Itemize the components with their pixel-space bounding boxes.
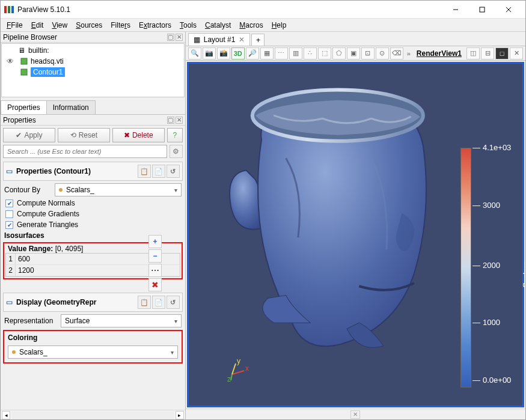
tick-label: 0.0e+00 xyxy=(472,376,511,385)
point-data-icon xyxy=(12,350,16,354)
maximize-view-button[interactable]: □ xyxy=(495,47,509,59)
add-layout-button[interactable]: + xyxy=(251,34,265,46)
properties-header: Properties xyxy=(3,116,36,124)
delete-button[interactable]: ✖Delete xyxy=(112,128,165,142)
select-points-through-button[interactable]: ∴ xyxy=(304,47,317,59)
scroll-left-icon[interactable]: ◂ xyxy=(2,411,10,419)
point-data-icon xyxy=(59,188,63,192)
range-values-button[interactable]: ⋯ xyxy=(148,264,162,277)
window-title: ParaView 5.10.1 xyxy=(17,5,442,14)
menu-catalyst[interactable]: Catalyst xyxy=(201,20,234,31)
search-input[interactable] xyxy=(3,145,167,158)
copy-button[interactable]: 📋 xyxy=(138,296,151,309)
tick-label: 2000 xyxy=(472,261,500,270)
close-button[interactable] xyxy=(495,1,522,18)
menu-filters[interactable]: Filters xyxy=(107,20,134,31)
tab-information[interactable]: Information xyxy=(46,100,96,114)
check-generate-triangles[interactable]: ✔Generate Triangles xyxy=(1,219,185,230)
polygon-select-points-button[interactable]: ⬠ xyxy=(332,47,346,59)
apply-button[interactable]: ✔Apply xyxy=(3,128,55,142)
clear-selection-button[interactable]: ⌫ xyxy=(390,47,403,59)
settings-button[interactable]: ⚙ xyxy=(170,145,183,158)
horizontal-scrollbar[interactable]: ◂ ▸ xyxy=(1,410,185,419)
paste-button[interactable]: 📄 xyxy=(152,165,165,178)
svg-line-13 xyxy=(232,364,236,374)
pipeline-item-headsq[interactable]: 👁 headsq.vti xyxy=(4,56,182,67)
check-compute-gradients[interactable]: Compute Gradients xyxy=(1,208,185,219)
pipeline-root[interactable]: 🖥 builtin: xyxy=(4,45,182,56)
help-button[interactable]: ? xyxy=(167,128,183,142)
clear-values-button[interactable]: ✖ xyxy=(148,278,162,291)
close-view-button[interactable]: ✕ xyxy=(510,47,523,59)
maximize-button[interactable] xyxy=(469,1,495,18)
orientation-axes-icon: x y z xyxy=(225,358,249,382)
copy-button[interactable]: 📋 xyxy=(138,165,151,178)
polygon-select-cells-button[interactable]: ⬚ xyxy=(318,47,331,59)
paste-button[interactable]: 📄 xyxy=(152,296,165,309)
coloring-header: Coloring xyxy=(5,332,180,343)
remove-value-button[interactable]: − xyxy=(148,249,162,263)
select-cells-through-button[interactable]: ▥ xyxy=(289,47,302,59)
hover-cells-button[interactable]: ⊡ xyxy=(361,47,375,59)
representation-combo[interactable]: Surface xyxy=(61,314,182,327)
svg-text:y: y xyxy=(237,358,240,365)
dock-close-icon[interactable]: ✕ xyxy=(176,34,183,41)
hover-points-button[interactable]: ⊙ xyxy=(376,47,389,59)
snapshot-button[interactable]: 📸 xyxy=(217,47,230,59)
dock-float-icon[interactable]: ▢ xyxy=(167,117,174,124)
svg-text:x: x xyxy=(245,364,249,373)
add-value-button[interactable]: + xyxy=(148,235,162,248)
3d-toggle-button[interactable]: 3D xyxy=(231,47,245,59)
rendered-head-isosurface xyxy=(219,67,438,353)
menu-view[interactable]: View xyxy=(48,20,71,31)
close-tab-icon[interactable]: ✕ xyxy=(239,35,245,44)
pipeline-browser[interactable]: 🖥 builtin: 👁 headsq.vti 👁 Contour1 xyxy=(1,43,185,97)
menu-file[interactable]: FFileFile xyxy=(3,20,26,31)
tick-label: 1000 xyxy=(472,318,500,327)
highlighted-coloring-box: Coloring Scalars_ xyxy=(3,330,183,364)
split-vertical-button[interactable]: ⊟ xyxy=(481,47,494,59)
minimize-button[interactable] xyxy=(442,1,469,18)
menu-macros[interactable]: Macros xyxy=(236,20,266,31)
camera-reset-button[interactable]: 🔍 xyxy=(188,47,201,59)
menu-tools[interactable]: Tools xyxy=(176,20,200,31)
select-points-button[interactable]: ⋯ xyxy=(275,47,288,59)
color-legend[interactable]: 4.1e+03 3000 2000 1000 0.0e+00 Scalars_ xyxy=(460,148,518,388)
check-compute-normals[interactable]: ✔Compute Normals xyxy=(1,198,185,208)
menu-extractors[interactable]: Extractors xyxy=(135,20,175,31)
pipeline-item-contour1[interactable]: 👁 Contour1 xyxy=(4,67,182,78)
coloring-combo[interactable]: Scalars_ xyxy=(8,345,178,359)
split-horizontal-button[interactable]: ◫ xyxy=(466,47,480,59)
properties-section-header[interactable]: ▭ Properties (Contour1) 📋 📄 ↺ xyxy=(3,162,183,181)
contour-by-label: Contour By xyxy=(4,186,52,194)
visibility-eye-icon[interactable]: 👁 xyxy=(1,68,2,76)
select-cells-button[interactable]: ▦ xyxy=(260,47,274,59)
zoom-to-fit-button[interactable]: 🔎 xyxy=(246,47,259,59)
dock-float-icon[interactable]: ▢ xyxy=(167,34,174,41)
close-statusbar-icon[interactable]: ✕ xyxy=(350,410,360,419)
reload-button[interactable]: ↺ xyxy=(167,296,180,309)
scroll-right-icon[interactable]: ▸ xyxy=(176,411,184,419)
display-section-header[interactable]: ▭ Display (GeometryRepr 📋 📄 ↺ xyxy=(3,293,183,312)
svg-rect-7 xyxy=(21,58,27,64)
camera-button[interactable]: 📷 xyxy=(203,47,216,59)
visibility-eye-icon[interactable]: 👁 xyxy=(6,57,14,65)
view-toolbar: 🔍 📷 📸 3D 🔎 ▦ ⋯ ▥ ∴ ⬚ ⬠ ▣ ⊡ ⊙ ⌫ » RenderV… xyxy=(186,46,525,61)
contour-by-combo[interactable]: Scalars_ xyxy=(55,183,182,196)
render-view[interactable]: x y z 4.1e+03 3000 2000 1000 0.0e+00 Sca… xyxy=(187,62,524,407)
menu-edit[interactable]: Edit xyxy=(28,20,47,31)
collapse-icon: ▭ xyxy=(6,167,13,175)
select-block-button[interactable]: ▣ xyxy=(347,47,360,59)
layout-tab-1[interactable]: ▦ Layout #1 ✕ xyxy=(188,33,251,46)
menu-bar: FFileFile Edit View Sources Filters Extr… xyxy=(1,19,525,32)
tick-label: 3000 xyxy=(472,201,500,210)
tab-properties[interactable]: Properties xyxy=(1,100,47,114)
menu-help[interactable]: Help xyxy=(268,20,290,31)
dock-close-icon[interactable]: ✕ xyxy=(176,117,183,124)
svg-line-15 xyxy=(231,374,232,380)
reload-button[interactable]: ↺ xyxy=(167,165,180,178)
chevron-right-icon: » xyxy=(405,50,413,57)
view-name-label[interactable]: RenderView1 xyxy=(414,49,464,58)
reset-button[interactable]: ⟲Reset xyxy=(58,128,110,142)
menu-sources[interactable]: Sources xyxy=(72,20,106,31)
